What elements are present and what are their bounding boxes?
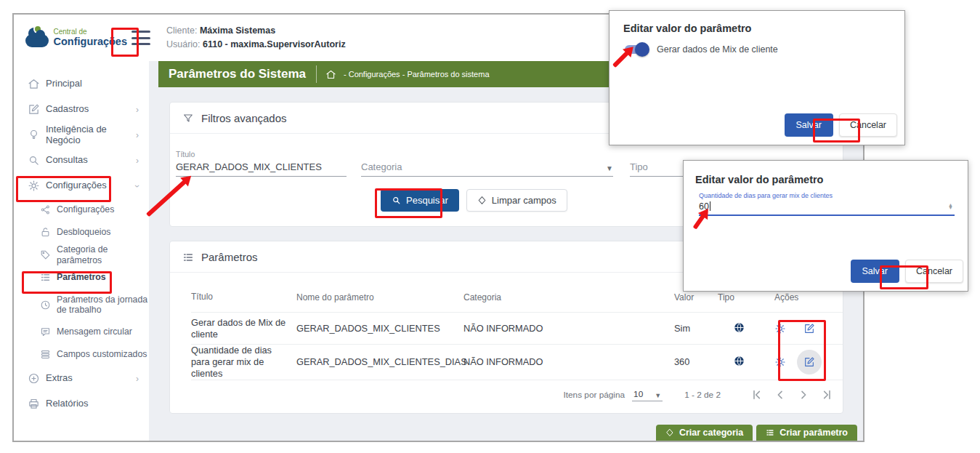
next-page-icon[interactable] xyxy=(798,389,809,401)
items-per-page-value: 10 xyxy=(633,389,643,399)
parameter-value-field: Quantidade de dias para gerar mix de cli… xyxy=(699,192,955,216)
col-header-categoria: Categoria xyxy=(463,292,674,302)
sidebar-item-consultas[interactable]: Consultas › xyxy=(14,148,149,173)
lightbulb-icon xyxy=(28,129,40,141)
cell-titulo: Gerar dados de Mix de cliente xyxy=(191,317,296,340)
cancel-button[interactable]: Cancelar xyxy=(905,260,963,283)
pagination-range: 1 - 2 de 2 xyxy=(684,390,721,400)
client-label: Cliente: xyxy=(166,25,197,36)
sidebar-item-cadastros[interactable]: Cadastros › xyxy=(14,97,149,122)
sidebar-subitem-parametros[interactable]: Parâmetros xyxy=(14,266,149,289)
sidebar-item-label: Campos customizados xyxy=(57,349,149,359)
sidebar-item-label: Categoria de parâmetros xyxy=(57,244,149,265)
dialog-title: Editar valor do parâmetro xyxy=(610,11,904,34)
toggle-label: Gerar dados de Mix de cliente xyxy=(657,44,778,55)
home-icon xyxy=(28,78,40,90)
categoria-field[interactable]: Categoria▼ xyxy=(361,150,613,177)
search-icon xyxy=(392,196,401,205)
col-header-nome: Nome do parâmetro xyxy=(296,292,463,302)
chevron-right-icon: › xyxy=(136,105,139,115)
sidebar-item-relatorios[interactable]: Relatórios xyxy=(14,391,149,417)
sidebar-item-configuracoes[interactable]: Configurações › xyxy=(14,173,149,199)
titulo-input[interactable]: GERAR_DADOS_MIX_CLIENTES xyxy=(176,161,347,172)
items-per-page-label: Itens por página xyxy=(564,390,625,400)
list-icon xyxy=(766,428,774,437)
save-button[interactable]: Salvar xyxy=(851,260,899,283)
parameter-value-input[interactable]: 60 xyxy=(699,201,948,212)
dropdown-caret-icon: ▼ xyxy=(606,164,613,172)
sidebar-item-extras[interactable]: Extras › xyxy=(14,366,149,391)
toggle-switch-on[interactable] xyxy=(625,45,648,54)
previous-page-icon[interactable] xyxy=(774,389,786,401)
configure-parameter-icon[interactable] xyxy=(774,356,786,368)
diamond-icon xyxy=(477,196,487,205)
dialog-title: Editar valor do parâmetro xyxy=(684,161,968,185)
sidebar-item-label: Principal xyxy=(46,79,149,89)
sidebar-item-label: Inteligência de Negócio xyxy=(46,124,136,146)
sidebar-item-inteligencia[interactable]: Inteligência de Negócio › xyxy=(14,122,149,148)
cell-valor: 360 xyxy=(674,356,718,367)
sidebar-subitem-mensagem-circular[interactable]: Mensagem circular xyxy=(14,321,149,343)
cancel-button[interactable]: Cancelar xyxy=(839,113,897,137)
sidebar-subitem-parametros-jornada[interactable]: Parâmetros da jornada de trabalho xyxy=(14,289,149,321)
create-category-button[interactable]: Criar categoria xyxy=(656,425,753,441)
save-button[interactable]: Salvar xyxy=(785,113,833,137)
user-value: 6110 - maxima.SupervisorAutoriz xyxy=(203,39,346,49)
categoria-select[interactable]: Categoria xyxy=(361,161,603,172)
list-icon xyxy=(182,252,194,263)
sidebar-subitem-desbloqueios[interactable]: Desbloqueios xyxy=(14,221,149,244)
number-stepper-icon[interactable]: ▲▼ xyxy=(948,204,953,209)
chevron-right-icon: › xyxy=(136,156,139,166)
sidebar-subitem-configuracoes[interactable]: Configurações xyxy=(14,199,149,221)
sidebar-item-label: Cadastros xyxy=(46,104,136,115)
sidebar-item-label: Mensagem circular xyxy=(57,326,149,337)
search-button[interactable]: Pesquisar xyxy=(381,189,459,212)
layers-icon xyxy=(40,349,51,360)
titulo-label: Título xyxy=(176,150,347,159)
plus-circle-icon xyxy=(28,372,40,385)
cloud-logo-icon xyxy=(25,34,49,47)
clear-fields-button[interactable]: Limpar campos xyxy=(466,189,567,212)
sidebar-item-label: Parâmetros xyxy=(57,272,149,282)
sidebar-subitem-campos-customizados[interactable]: Campos customizados xyxy=(14,343,149,366)
configure-parameter-icon[interactable] xyxy=(774,323,786,334)
list-icon xyxy=(40,272,51,283)
sidebar-item-label: Configurações xyxy=(57,204,149,215)
search-button-label: Pesquisar xyxy=(406,195,448,206)
printer-icon xyxy=(28,398,40,410)
breadcrumb-home-icon[interactable] xyxy=(325,69,336,80)
client-value: Máxima Sistemas xyxy=(200,25,275,36)
sidebar-item-label: Desbloqueios xyxy=(57,227,149,237)
dropdown-caret-icon: ▼ xyxy=(655,392,661,399)
text-cursor xyxy=(710,201,711,211)
sidebar-subitem-categoria-parametros[interactable]: Categoria de parâmetros xyxy=(14,244,149,266)
table-row: Gerar dados de Mix de cliente GERAR_DADO… xyxy=(191,312,843,344)
cell-titulo: Quantidade de dias para gerar mix de cli… xyxy=(191,345,296,380)
table-row: Quantidade de dias para gerar mix de cli… xyxy=(191,344,843,380)
logo-line2: Configurações xyxy=(53,36,127,47)
last-page-icon[interactable] xyxy=(821,389,833,401)
create-parameter-label: Criar parâmetro xyxy=(779,428,848,438)
chevron-right-icon: › xyxy=(136,130,139,140)
sidebar-item-label: Extras xyxy=(46,373,136,384)
titulo-field[interactable]: Título GERAR_DADOS_MIX_CLIENTES xyxy=(176,150,347,177)
cell-valor: Sim xyxy=(674,323,718,334)
edit-parameter-icon[interactable] xyxy=(803,356,815,368)
edit-parameter-toggle-dialog: Editar valor do parâmetro Gerar dados de… xyxy=(609,10,905,145)
first-page-icon[interactable] xyxy=(751,389,763,401)
sidebar-item-principal[interactable]: Principal xyxy=(14,71,149,97)
hamburger-menu-icon[interactable] xyxy=(131,31,150,45)
sidebar-item-label: Configurações xyxy=(46,180,136,191)
cell-nome: GERAR_DADOS_MIX_CLIENTES_DIAS xyxy=(296,356,463,367)
chevron-down-icon: › xyxy=(132,185,142,188)
sidebar-item-label: Relatórios xyxy=(46,398,149,409)
create-parameter-button[interactable]: Criar parâmetro xyxy=(756,425,857,441)
session-info: Cliente: Máxima Sistemas Usuário: 6110 -… xyxy=(166,24,346,52)
items-per-page-select[interactable]: 10 ▼ xyxy=(632,389,663,401)
edit-parameter-icon[interactable] xyxy=(803,323,815,334)
chevron-right-icon: › xyxy=(136,374,139,384)
app-logo: Central de Configurações xyxy=(25,28,127,47)
cell-categoria: NÃO INFORMADO xyxy=(463,323,674,334)
edit-icon xyxy=(28,103,40,116)
filter-icon xyxy=(182,113,194,124)
